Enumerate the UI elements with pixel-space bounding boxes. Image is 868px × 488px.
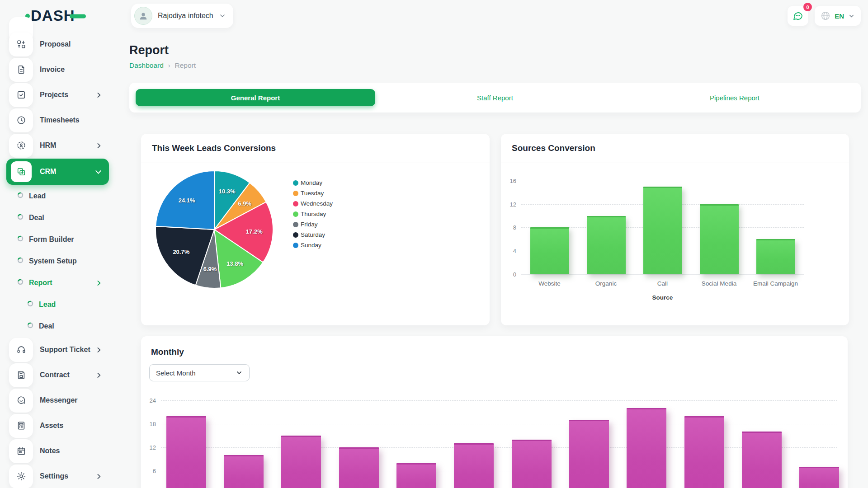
breadcrumb-dashboard-link[interactable]: Dashboard — [129, 61, 164, 70]
bullet-circle-icon — [17, 235, 24, 244]
chat-bubble-icon — [793, 10, 803, 21]
chevron-right-icon — [95, 346, 103, 354]
weekly-leads-title: This Week Leads Conversions — [141, 134, 490, 163]
report-tabs: General ReportStaff ReportPipelines Repo… — [129, 83, 861, 113]
chevron-right-icon — [95, 91, 103, 99]
sources-conversion-card: Sources Conversion 0481216WebsiteOrganic… — [501, 134, 849, 325]
header: DASH Rajodiya infotech 0 — [0, 0, 868, 32]
weekly-leads-pie-chart[interactable]: 10.3%6.9%17.2%13.8%6.9%20.7%24.1% — [151, 166, 278, 295]
sidebar-item-projects[interactable]: Projects — [0, 82, 115, 108]
month-select[interactable]: Select Month — [149, 364, 250, 381]
bar-month-2[interactable] — [224, 455, 264, 488]
pie-legend: MondayTuesdayWednesdayThursdayFridaySatu… — [293, 178, 333, 250]
bar-email-campaign[interactable] — [756, 239, 795, 274]
tab-staff-report[interactable]: Staff Report — [375, 89, 615, 106]
chevron-right-icon — [95, 279, 103, 287]
sidebar-item-form-builder[interactable]: Form Builder — [0, 229, 115, 250]
legend-item-saturday[interactable]: Saturday — [293, 230, 333, 240]
bar-website[interactable] — [530, 227, 569, 274]
tab-pipelines-report[interactable]: Pipelines Report — [615, 89, 854, 106]
bar-month-11[interactable] — [742, 432, 782, 488]
legend-item-sunday[interactable]: Sunday — [293, 240, 333, 250]
bar-month-1[interactable] — [166, 416, 206, 488]
monthly-card: Monthly Select Month 06121824 — [141, 336, 848, 488]
bar-month-5[interactable] — [396, 463, 436, 488]
page-title: Report — [129, 43, 861, 57]
bar-month-3[interactable] — [281, 436, 321, 488]
pie-slice-label: 20.7% — [173, 249, 189, 255]
language-selector[interactable]: EN — [815, 6, 861, 26]
sidebar-item-lead[interactable]: Lead — [0, 294, 115, 315]
legend-dot-icon — [293, 180, 298, 186]
pie-slice-label: 17.2% — [246, 228, 263, 235]
avatar — [134, 7, 152, 25]
sidebar-item-crm[interactable]: CRM — [0, 159, 115, 185]
chevron-right-icon — [95, 371, 103, 379]
sidebar-item-system-setup[interactable]: System Setup — [0, 250, 115, 272]
sidebar-item-invoice[interactable]: Invoice — [0, 57, 115, 82]
sidebar-item-lead[interactable]: Lead — [0, 185, 115, 207]
monthly-bar-chart[interactable]: 06121824 — [141, 395, 848, 488]
company-name: Rajodiya infotech — [158, 12, 213, 20]
messenger-icon — [9, 389, 33, 413]
sidebar-item-timesheets[interactable]: Timesheets — [0, 108, 115, 133]
breadcrumb: Dashboard › Report — [129, 61, 861, 70]
sidebar-item-assets[interactable]: Assets — [0, 413, 115, 438]
main-content: Report Dashboard › Report General Report… — [129, 32, 861, 488]
messages-button[interactable]: 0 — [788, 6, 808, 26]
projects-icon — [9, 83, 33, 107]
sources-bar-chart[interactable]: 0481216WebsiteOrganicCallSocial MediaEma… — [501, 162, 849, 325]
sidebar-item-settings[interactable]: Settings — [0, 464, 115, 488]
bar-month-10[interactable] — [684, 416, 724, 488]
language-code: EN — [835, 12, 844, 20]
legend-item-friday[interactable]: Friday — [293, 219, 333, 230]
sidebar-item-contract[interactable]: Contract — [0, 362, 115, 388]
bar-month-9[interactable] — [627, 408, 666, 488]
bar-month-6[interactable] — [454, 443, 494, 488]
legend-dot-icon — [293, 201, 298, 206]
legend-dot-icon — [293, 191, 298, 196]
month-select-value: Select Month — [156, 369, 196, 377]
globe-icon — [821, 11, 830, 21]
sidebar-item-support-ticket[interactable]: Support Ticket — [0, 337, 115, 362]
svg-text:DASH: DASH — [31, 7, 75, 24]
legend-dot-icon — [293, 211, 298, 217]
sidebar-item-hrm[interactable]: HRM — [0, 133, 115, 158]
sidebar-item-messenger[interactable]: Messenger — [0, 388, 115, 413]
bar-call[interactable] — [643, 187, 682, 274]
bar-social-media[interactable] — [700, 204, 739, 274]
timesheets-icon — [9, 108, 33, 132]
bullet-circle-icon — [27, 322, 33, 330]
chevron-down-icon — [848, 13, 855, 19]
chevron-right-icon — [95, 142, 103, 150]
bar-organic[interactable] — [587, 216, 626, 274]
sidebar-item-report[interactable]: Report — [0, 272, 115, 294]
bar-month-8[interactable] — [569, 420, 609, 488]
sidebar: ProposalInvoiceProjectsTimesheetsHRMCRML… — [0, 32, 115, 488]
bar-month-4[interactable] — [339, 447, 379, 488]
pie-slice-label: 6.9% — [203, 266, 217, 272]
tab-general-report[interactable]: General Report — [136, 89, 375, 106]
sidebar-item-deal[interactable]: Deal — [0, 207, 115, 229]
sidebar-item-proposal[interactable]: Proposal — [0, 32, 115, 57]
chevron-down-icon — [219, 12, 226, 19]
company-switcher[interactable]: Rajodiya infotech — [131, 4, 233, 28]
brand-logo[interactable]: DASH — [24, 5, 86, 28]
bar-month-7[interactable] — [512, 440, 552, 488]
weekly-leads-card: This Week Leads Conversions 10.3%6.9%17.… — [141, 134, 490, 325]
sidebar-item-notes[interactable]: Notes — [0, 438, 115, 464]
legend-item-monday[interactable]: Monday — [293, 178, 333, 188]
legend-item-tuesday[interactable]: Tuesday — [293, 188, 333, 198]
messages-badge: 0 — [803, 3, 812, 11]
legend-item-thursday[interactable]: Thursday — [293, 209, 333, 219]
crm-icon — [11, 161, 32, 182]
chevron-right-icon — [95, 473, 103, 480]
sidebar-item-deal[interactable]: Deal — [0, 315, 115, 337]
invoice-icon — [9, 58, 33, 82]
breadcrumb-separator-icon: › — [168, 62, 170, 69]
legend-dot-icon — [293, 232, 298, 238]
bar-month-12[interactable] — [799, 467, 839, 488]
monthly-title: Monthly — [141, 336, 848, 357]
legend-item-wednesday[interactable]: Wednesday — [293, 198, 333, 209]
bullet-circle-icon — [27, 300, 33, 309]
